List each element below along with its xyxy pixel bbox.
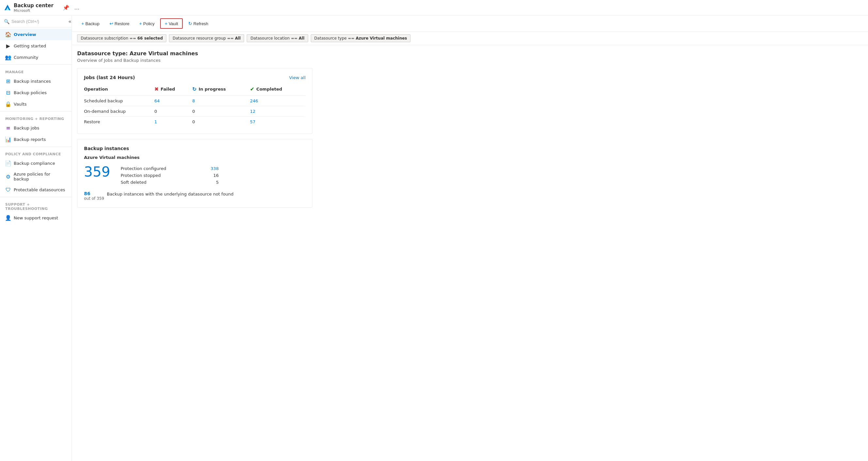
collapse-button[interactable]: « [68, 18, 71, 25]
bi-detail-row: Protection configured 338 [121, 165, 219, 172]
nav-divider-2 [0, 111, 71, 112]
sidebar-item-backup-policies-label: Backup policies [14, 90, 47, 95]
nav-section-policy: Policy and compliance [0, 148, 71, 158]
vaults-icon: 🔒 [5, 101, 11, 107]
sidebar-item-backup-jobs[interactable]: ≡ Backup jobs [0, 122, 71, 134]
jobs-table-body: Scheduled backup 64 8 246 On-demand back… [84, 96, 306, 127]
bi-detail-value: 16 [213, 173, 219, 178]
backup-policies-icon: ⊟ [5, 90, 11, 96]
nav-divider-4 [0, 197, 71, 197]
sidebar-item-azure-policies-label: Azure policies for backup [14, 172, 66, 181]
filter-location[interactable]: Datasource location == All [247, 34, 308, 42]
failed-status-icon: ✖ [154, 86, 158, 92]
backup-instances-total: 359 [84, 165, 110, 179]
inprogress-status-icon: ↻ [192, 86, 196, 92]
sidebar-item-protectable-datasources[interactable]: 🛡 Protectable datasources [0, 184, 71, 195]
sidebar-item-community[interactable]: 👥 Community [0, 52, 71, 63]
sidebar-item-new-support[interactable]: 👤 New support request [0, 212, 71, 224]
sidebar-item-backup-compliance[interactable]: 📄 Backup compliance [0, 158, 71, 169]
main-layout: 🔍 « 🏠 Overview ▶ Getting started 👥 Commu… [0, 16, 868, 461]
sidebar-item-getting-started[interactable]: ▶ Getting started [0, 40, 71, 52]
vault-button[interactable]: + Vault [160, 18, 183, 29]
backup-instances-details: Protection configured 338 Protection sto… [121, 165, 306, 186]
page-title: Datasource type: Azure Virtual machines [77, 50, 863, 57]
more-button[interactable]: ... [73, 3, 81, 12]
nav-divider-3 [0, 147, 71, 147]
backup-instances-footer-left: 86 out of 359 [84, 191, 104, 201]
toolbar: + Backup ↩ Restore + Policy + Vault ↻ Re… [72, 16, 868, 32]
nav-section-monitoring: Monitoring + reporting [0, 113, 71, 122]
restore-button[interactable]: ↩ Restore [105, 19, 134, 28]
row-operation: On-demand backup [84, 106, 154, 117]
jobs-card: Jobs (last 24 Hours) View all Operation … [77, 68, 312, 134]
footer-count[interactable]: 86 [84, 191, 104, 196]
sidebar-item-backup-reports[interactable]: 📊 Backup reports [0, 134, 71, 145]
search-icon: 🔍 [4, 19, 9, 24]
sidebar-item-vaults[interactable]: 🔒 Vaults [0, 98, 71, 110]
sidebar-item-backup-instances[interactable]: ⊞ Backup instances [0, 75, 71, 87]
pin-button[interactable]: 📌 [61, 3, 70, 12]
jobs-card-title-text: Jobs (last 24 Hours) [84, 75, 135, 80]
restore-icon: ↩ [110, 21, 114, 26]
row-operation: Scheduled backup [84, 96, 154, 106]
page-subtitle: Overview of Jobs and Backup instances [77, 58, 863, 63]
table-row: On-demand backup 0 0 12 [84, 106, 306, 117]
refresh-button-label: Refresh [193, 21, 209, 26]
community-icon: 👥 [5, 54, 11, 60]
sidebar-item-backup-reports-label: Backup reports [14, 137, 46, 142]
filters-bar: Datasource subscription == 66 selected D… [72, 32, 868, 45]
row-completed[interactable]: 57 [250, 117, 306, 127]
refresh-button[interactable]: ↻ Refresh [184, 19, 213, 28]
bi-detail-row: Soft deleted 5 [121, 179, 219, 186]
filter-type-label: Datasource type == Azure Virtual machine… [314, 36, 407, 40]
nav-divider-1 [0, 64, 71, 65]
top-bar-actions: 📌 ... [61, 3, 81, 12]
policy-button-label: Policy [143, 21, 155, 26]
policy-button[interactable]: + Policy [135, 19, 159, 28]
refresh-icon: ↻ [188, 21, 192, 26]
backup-button[interactable]: + Backup [77, 19, 104, 28]
main-content: Datasource type: Azure Virtual machines … [72, 45, 868, 461]
filter-subscription[interactable]: Datasource subscription == 66 selected [77, 34, 166, 42]
backup-instances-vm-subtitle: Azure Virtual machines [84, 155, 306, 160]
sidebar-search: 🔍 « [0, 16, 71, 27]
col-completed: ✔ Completed [250, 84, 306, 96]
row-inprogress: 0 [192, 106, 250, 117]
bi-detail-label: Soft deleted [121, 180, 147, 185]
bi-detail-value[interactable]: 338 [211, 166, 219, 171]
sidebar-item-community-label: Community [14, 55, 38, 60]
row-completed[interactable]: 246 [250, 96, 306, 106]
row-failed[interactable]: 64 [154, 96, 192, 106]
bi-detail-row: Protection stopped 16 [121, 172, 219, 179]
app-logo: Backup center Microsoft [4, 3, 54, 13]
jobs-table-header: Operation ✖ Failed ↻ In progress [84, 84, 306, 96]
sidebar-item-azure-policies[interactable]: ⚙ Azure policies for backup [0, 169, 71, 184]
row-inprogress[interactable]: 8 [192, 96, 250, 106]
row-completed[interactable]: 12 [250, 106, 306, 117]
search-input[interactable] [11, 19, 66, 24]
filter-location-label: Datasource location == All [250, 36, 304, 40]
sidebar-item-overview[interactable]: 🏠 Overview [0, 29, 71, 40]
table-row: Restore 1 0 57 [84, 117, 306, 127]
bi-detail-label: Protection configured [121, 166, 166, 171]
sidebar-item-backup-policies[interactable]: ⊟ Backup policies [0, 87, 71, 98]
col-failed: ✖ Failed [154, 84, 192, 96]
top-bar: Backup center Microsoft 📌 ... [0, 0, 868, 16]
backup-instances-body: 359 Protection configured 338 Protection… [84, 165, 306, 186]
view-all-link[interactable]: View all [289, 75, 306, 80]
row-failed: 0 [154, 106, 192, 117]
filter-resource-group[interactable]: Datasource resource group == All [169, 34, 244, 42]
sidebar-item-overview-label: Overview [14, 32, 36, 37]
new-support-icon: 👤 [5, 215, 11, 221]
overview-icon: 🏠 [5, 31, 11, 38]
row-failed[interactable]: 1 [154, 117, 192, 127]
completed-status-icon: ✔ [250, 86, 254, 92]
sidebar-item-backup-instances-label: Backup instances [14, 79, 51, 84]
filter-type[interactable]: Datasource type == Azure Virtual machine… [311, 34, 411, 42]
getting-started-icon: ▶ [5, 43, 11, 49]
sidebar: 🔍 « 🏠 Overview ▶ Getting started 👥 Commu… [0, 16, 72, 461]
row-operation: Restore [84, 117, 154, 127]
bi-detail-value: 5 [216, 180, 219, 185]
nav-section-support: Support + troubleshooting [0, 198, 71, 212]
backup-reports-icon: 📊 [5, 136, 11, 143]
